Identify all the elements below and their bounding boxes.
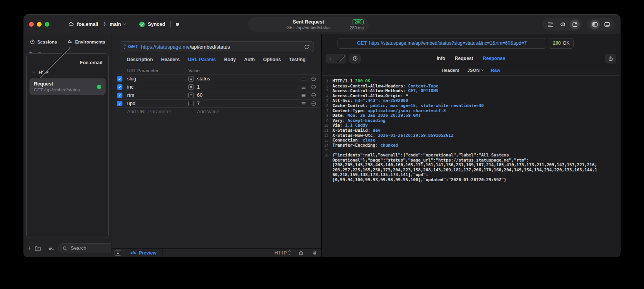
response-subtab[interactable]: Headers [441,68,459,73]
branch-selector[interactable]: main [102,21,125,27]
sent-request-status-pill[interactable]: Sent Request GET /api/embed/status 200 2… [248,17,369,32]
chevron-down-icon [123,22,126,25]
response-url: https://statuspage.me/api/embed/status?s… [369,40,527,46]
request-item-title: Request [34,81,80,87]
selector-arrows-icon [289,251,290,254]
request-tab[interactable]: URL Params [188,57,216,62]
new-folder-button[interactable] [35,245,41,252]
request-tab[interactable]: Testing [289,57,306,62]
request-order-button[interactable] [545,20,555,29]
request-tab[interactable]: Body [224,57,236,62]
param-enabled-checkbox[interactable]: ✓ [117,101,122,106]
param-enabled-checkbox[interactable]: ✓ [117,84,122,90]
branch-icon [102,21,107,27]
request-tab[interactable]: Options [263,57,281,62]
preview-toggle[interactable]: </> Preview [130,250,157,256]
request-url-bar[interactable]: GET https://statuspage.me/api/embed/stat… [120,41,314,52]
minimize-window-button[interactable] [37,22,42,27]
tab-sessions[interactable]: Sessions [30,39,57,44]
param-value-cell[interactable]: 1 [197,84,200,90]
param-equals-icon[interactable]: = [188,84,194,90]
line-number: 7 [322,109,330,114]
param-name-cell[interactable]: rtm [127,93,188,98]
param-value-cell[interactable]: 60 [197,93,203,98]
response-tab[interactable]: Info [437,56,445,61]
history-back-button[interactable] [326,54,336,64]
remove-row-button[interactable] [311,84,316,90]
request-method[interactable]: GET [128,44,139,49]
request-tab[interactable]: Description [127,57,153,62]
line-number [322,168,330,173]
resend-request-button[interactable] [304,44,310,50]
history-clock-button[interactable] [349,54,361,64]
zoom-window-button[interactable] [45,22,49,27]
response-tab[interactable]: Request [455,56,473,61]
response-status-text: OK [563,40,569,46]
import-response-button[interactable] [570,20,580,29]
param-equals-icon[interactable]: = [188,101,194,106]
toggle-bottom-panel-button[interactable] [602,20,612,29]
sync-status[interactable]: Synced [139,21,165,27]
remove-row-button[interactable] [311,101,316,106]
param-row: ✓ slug = status [117,75,321,83]
export-response-button[interactable] [605,54,616,64]
param-equals-icon[interactable]: = [188,93,194,98]
param-row: ✓ rtm = 60 [117,91,321,99]
line-number: 2 [322,84,330,89]
collapse-panel-button[interactable]: ▲ [115,250,121,256]
history-forward-button[interactable] [336,54,346,64]
row-drag-handle-icon[interactable] [301,85,306,90]
tab-environments[interactable]: Environments [67,39,105,44]
sidebar-request-item-selected[interactable]: Request GET /api/embed/status [29,78,106,95]
sort-order-button[interactable] [48,245,55,252]
response-method: GET [357,40,367,46]
response-status-box: 200 OK [549,38,574,49]
titlebar-divider [170,21,171,27]
chevron-down-icon [32,71,35,73]
line-number: 8 [322,113,330,118]
request-url-input[interactable]: https://statuspage.me/api/embed/status [141,44,230,50]
response-tab[interactable]: Response [483,56,505,61]
response-tabs: Info Request Response [437,56,505,61]
close-window-button[interactable] [29,22,34,27]
add-param-value-placeholder[interactable]: Add Value [188,109,316,115]
request-editor-footer: ▲ </> Preview HTTP [111,248,321,257]
line-number: 9 [322,118,330,124]
new-request-button[interactable]: + [27,245,31,251]
param-value-cell[interactable]: 7 [197,101,200,106]
sent-request-title: Sent Request [286,19,330,25]
add-param-name-placeholder[interactable]: Add URL Parameter [127,109,188,115]
sidebar-group-foe-email[interactable]: Foe.email [27,58,108,67]
param-equals-icon[interactable]: = [188,76,194,82]
param-enabled-checkbox[interactable]: ✓ [117,93,122,98]
param-name-cell[interactable]: upd [127,101,188,106]
remove-row-button[interactable] [311,76,316,82]
row-drag-handle-icon[interactable] [301,76,306,82]
titlebar[interactable]: foe.email main Synced Sent Request GET /… [24,15,620,34]
response-subtab[interactable]: Raw [491,68,500,73]
request-tab[interactable]: Auth [244,57,255,62]
project-switcher[interactable]: foe.email [68,21,98,27]
remove-session-button[interactable]: − [38,49,41,55]
toggle-left-panel-button[interactable] [590,20,600,29]
line-number: 14 [322,143,330,148]
param-name-cell[interactable]: inc [127,84,188,90]
protocol-selector[interactable]: HTTP [274,250,290,256]
sidebar-footer: + [27,242,108,254]
response-subtab[interactable]: JSON [467,68,483,73]
lasso-select-button[interactable] [558,20,567,29]
param-enabled-checkbox[interactable]: ✓ [117,76,122,82]
row-drag-handle-icon[interactable] [301,101,306,106]
lock-icon[interactable] [312,250,317,256]
remove-row-button[interactable] [311,93,316,98]
request-tab[interactable]: Headers [161,57,180,62]
param-name-cell[interactable]: slug [127,76,188,82]
share-icon[interactable] [298,250,304,256]
row-drag-handle-icon[interactable] [301,93,306,98]
add-param-row: Add URL Parameter Add Value [117,107,321,116]
sync-label: Synced [148,22,165,27]
response-url-box[interactable]: GET https://statuspage.me/api/embed/stat… [338,38,546,49]
add-session-button[interactable]: + [29,49,33,55]
response-body[interactable]: 1 HTTP/1.1 200 OK 2 Access-Control-Allow… [322,76,620,257]
param-value-cell[interactable]: status [197,76,210,82]
